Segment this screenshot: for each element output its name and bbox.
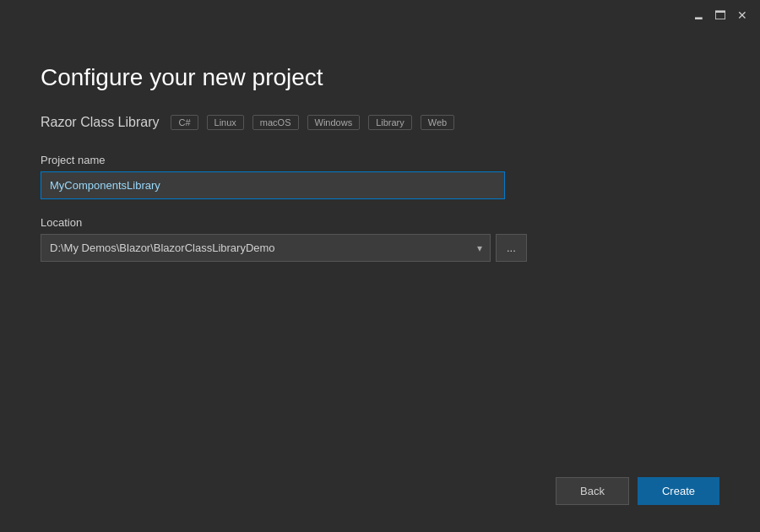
project-name-label: Project name xyxy=(41,154,547,166)
footer: Back Create xyxy=(0,460,760,532)
title-bar: 🗕 🗖 ✕ xyxy=(0,0,760,30)
location-row: D:\My Demos\Blazor\BlazorClassLibraryDem… xyxy=(41,234,547,262)
main-content: Configure your new project Razor Class L… xyxy=(0,30,760,460)
project-name-input[interactable] xyxy=(41,171,505,199)
badge-linux: Linux xyxy=(207,115,244,130)
project-type-name: Razor Class Library xyxy=(41,115,159,130)
minimize-button[interactable]: 🗕 xyxy=(691,8,706,23)
browse-button[interactable]: ... xyxy=(496,234,527,262)
project-type-header: Razor Class Library C# Linux macOS Windo… xyxy=(41,115,719,130)
badge-macos: macOS xyxy=(252,115,299,130)
title-bar-controls: 🗕 🗖 ✕ xyxy=(691,8,750,23)
badge-library: Library xyxy=(368,115,412,130)
badge-windows: Windows xyxy=(307,115,361,130)
page-title: Configure your new project xyxy=(41,64,719,91)
badge-web: Web xyxy=(421,115,454,130)
badge-csharp: C# xyxy=(171,115,198,130)
maximize-button[interactable]: 🗖 xyxy=(713,8,728,23)
form-section: Project name Location D:\My Demos\Blazor… xyxy=(41,154,547,262)
project-name-group: Project name xyxy=(41,154,547,199)
close-button[interactable]: ✕ xyxy=(735,8,750,23)
configure-project-window: 🗕 🗖 ✕ Configure your new project Razor C… xyxy=(0,0,760,532)
location-group: Location D:\My Demos\Blazor\BlazorClassL… xyxy=(41,216,547,262)
location-select-wrapper: D:\My Demos\Blazor\BlazorClassLibraryDem… xyxy=(41,234,491,262)
create-button[interactable]: Create xyxy=(638,477,719,505)
location-select[interactable]: D:\My Demos\Blazor\BlazorClassLibraryDem… xyxy=(41,234,491,262)
location-label: Location xyxy=(41,216,547,229)
back-button[interactable]: Back xyxy=(556,477,629,505)
